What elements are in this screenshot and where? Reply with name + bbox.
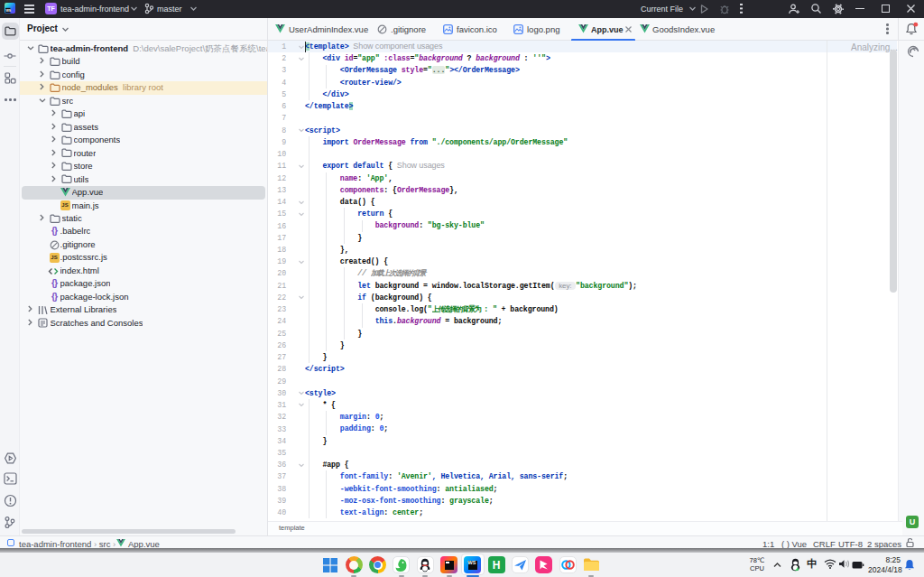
svg-text:WS: WS (5, 9, 11, 13)
